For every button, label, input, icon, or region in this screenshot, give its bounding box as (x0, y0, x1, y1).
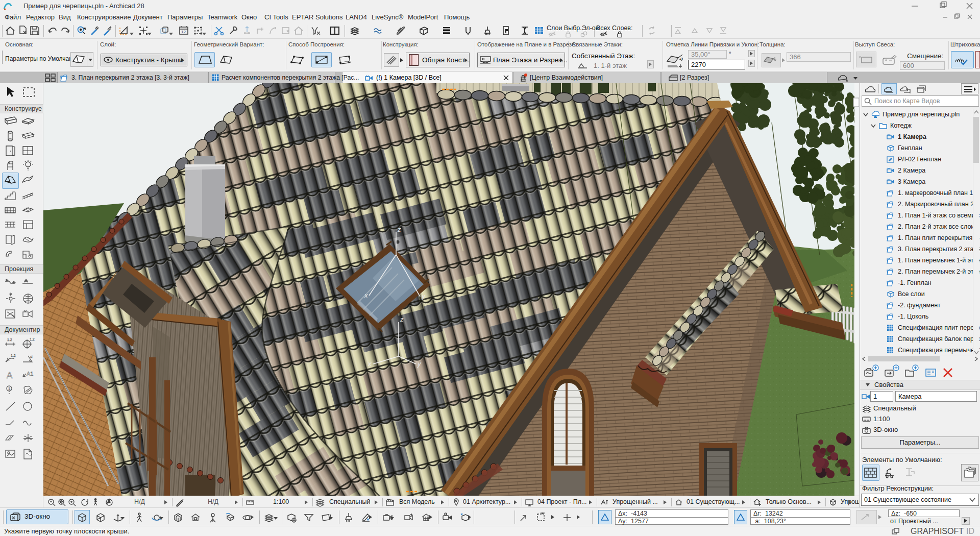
svg-text:A: A (7, 371, 13, 380)
svg-text:1.2: 1.2 (11, 354, 16, 357)
svg-text:1.2: 1.2 (30, 337, 35, 341)
svg-text:1.2: 1.2 (7, 338, 12, 342)
svg-text:A1: A1 (27, 371, 33, 377)
svg-text:12: 12 (181, 30, 186, 34)
svg-text:z: z (400, 315, 404, 323)
svg-text:α: α (30, 354, 33, 359)
svg-text:z: z (397, 226, 401, 233)
svg-text:1: 1 (8, 386, 11, 391)
svg-text:x: x (368, 360, 372, 368)
svg-text:x: x (364, 291, 368, 299)
svg-text:α: α (680, 56, 683, 61)
